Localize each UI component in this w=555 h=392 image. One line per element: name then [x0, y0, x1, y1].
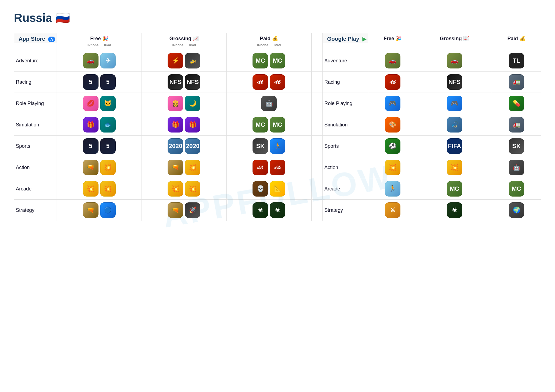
table-row: Simulation🎁🐟🎁🎁MCMCSimulation🎨🎣🚛 — [14, 114, 541, 136]
icon-single: ⚔ — [370, 202, 415, 218]
icon-pair: 55 — [59, 138, 139, 154]
icon-pair: 🔫🚀 — [144, 202, 224, 218]
icon-pair: SK🏃 — [229, 138, 309, 154]
gp-category-label: Action — [322, 157, 368, 178]
icon-pair: 🏎🏎 — [229, 74, 309, 90]
app-icon: 🏎 — [270, 160, 285, 175]
table-row: Racing55NFSNFS🏎🏎Racing🏎NFS🚛 — [14, 72, 541, 93]
icon-single: 🌍 — [494, 202, 539, 218]
icon-single: 🎮 — [420, 96, 490, 111]
icon-single: TL — [494, 53, 539, 68]
icon-single: 🚛 — [494, 74, 539, 90]
app-icon: 🎁 — [185, 117, 200, 133]
table-row: Adventure🚗✈⚡🚁MCMCAdventure🚗🚗TL — [14, 50, 541, 72]
gp-category-label: Strategy — [322, 200, 368, 221]
app-icon: SK — [509, 138, 524, 154]
page-title: Russia 🇷🇺 — [14, 11, 541, 25]
gp-category-label: Role Playing — [322, 93, 368, 114]
free-col-header: Free 🎉 — [59, 35, 140, 42]
app-icon: 🏎 — [253, 74, 268, 90]
app-icon: ☣ — [270, 202, 285, 218]
app-icon: 🚀 — [185, 202, 200, 218]
category-label: Role Playing — [14, 93, 57, 114]
app-icon: 5 — [83, 138, 99, 154]
app-icon: 5 — [100, 74, 116, 90]
icon-single: 🎨 — [370, 117, 415, 133]
app-icon: 🎣 — [447, 117, 462, 133]
app-icon: 2020 — [185, 138, 200, 154]
category-label: Racing — [14, 72, 57, 93]
icon-pair: 🔫💥 — [59, 160, 139, 175]
flag-emoji: 🇷🇺 — [56, 11, 70, 25]
app-icon: ☣ — [447, 202, 462, 218]
app-icon: 🔵 — [100, 202, 116, 218]
app-icon: 🏎 — [385, 74, 400, 90]
table-row: Action🔫💥🔫💥🏎🏎Action💥💥🤖 — [14, 157, 541, 178]
icon-pair: MCMC — [229, 53, 309, 68]
app-icon: 🌍 — [509, 202, 524, 218]
app-icon: 🔫 — [168, 160, 183, 175]
icon-pair: ⚡🚁 — [144, 53, 224, 68]
table-row: Strategy🔫🔵🔫🚀☣☣Strategy⚔☣🌍 — [14, 200, 541, 221]
app-icon: FIFA — [447, 138, 462, 154]
icon-pair: 🏎🏎 — [229, 160, 309, 175]
icon-pair: 💀📐 — [229, 181, 309, 197]
icon-single: 🎮 — [370, 96, 415, 111]
icon-single: SK — [494, 138, 539, 154]
free-iphone-label: iPhone — [87, 43, 99, 47]
category-label: Simulation — [14, 114, 57, 136]
app-icon: 🏎 — [270, 74, 285, 90]
app-icon: 💊 — [509, 96, 524, 111]
app-icon: 🚛 — [509, 117, 524, 133]
main-table: App Store A Free 🎉 Grossing 📈 Paid 💰 Goo… — [14, 33, 541, 221]
icon-pair: 💋🐱 — [59, 96, 139, 111]
icon-pair: 🎁🎁 — [144, 117, 224, 133]
app-icon: ⚡ — [168, 53, 183, 68]
gp-category-label: Arcade — [322, 178, 368, 200]
app-icon: 🐱 — [100, 96, 116, 111]
app-icon: 5 — [83, 74, 99, 90]
gp-category-label: Racing — [322, 72, 368, 93]
app-icon: 📐 — [270, 181, 285, 197]
app-icon: 🎮 — [385, 96, 400, 111]
app-icon: 💥 — [447, 160, 462, 175]
app-icon: 🌙 — [185, 96, 200, 111]
app-icon: 💥 — [83, 181, 99, 197]
icon-single: 💊 — [494, 96, 539, 111]
paid-ipad-label: iPad — [274, 43, 281, 47]
category-label: Action — [14, 157, 57, 178]
app-icon: MC — [270, 117, 285, 133]
gp-paid-col-header: Paid 💰 — [494, 35, 539, 42]
appstore-header: App Store A — [16, 36, 55, 42]
googleplay-header: Google Play ▶ — [324, 36, 366, 42]
app-icon: 💀 — [253, 181, 268, 197]
app-icon: ☣ — [253, 202, 268, 218]
free-ipad-label: iPad — [104, 43, 111, 47]
icon-pair: 20202020 — [144, 138, 224, 154]
app-icon: ✈ — [100, 53, 116, 68]
app-icon: ⚽ — [385, 138, 400, 154]
app-icon: 🔫 — [83, 160, 99, 175]
grossing-ipad-label: iPad — [189, 43, 196, 47]
app-icon: 🤖 — [261, 96, 277, 111]
app-icon: MC — [509, 181, 524, 197]
icon-single: MC — [420, 181, 490, 197]
icon-single: MC — [494, 181, 539, 197]
category-label: Sports — [14, 136, 57, 157]
app-icon: 🤖 — [509, 160, 524, 175]
app-icon: ⚔ — [385, 202, 400, 218]
icon-pair: 🚗✈ — [59, 53, 139, 68]
app-icon: 💥 — [168, 181, 183, 197]
icon-pair: 🔫🔵 — [59, 202, 139, 218]
app-icon: 💥 — [385, 160, 400, 175]
app-icon: MC — [447, 181, 462, 197]
icon-single: 🤖 — [494, 160, 539, 175]
icon-pair: 🎁🐟 — [59, 117, 139, 133]
gp-category-label: Adventure — [322, 50, 368, 72]
app-icon: 🎮 — [447, 96, 462, 111]
app-icon: NFS — [185, 74, 200, 90]
paid-col-header: Paid 💰 — [228, 35, 310, 42]
app-icon: 🏃 — [270, 138, 285, 154]
app-icon: 💥 — [100, 181, 116, 197]
table-row: Role Playing💋🐱👸🌙🤖Role Playing🎮🎮💊 — [14, 93, 541, 114]
